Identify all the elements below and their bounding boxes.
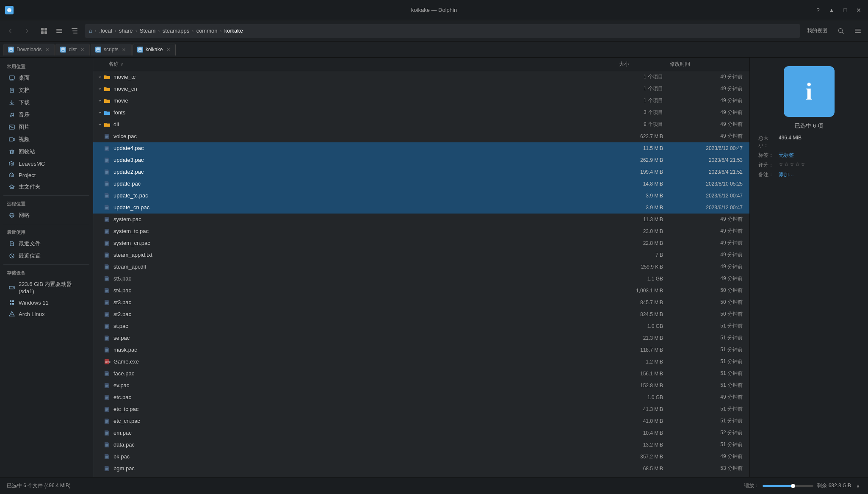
sidebar-item-trash[interactable]: 回收站 — [2, 146, 91, 158]
table-row[interactable]: steam_api.dll 259.9 KiB 49 分钟前 — [93, 261, 749, 273]
info-comment-value[interactable]: 添加… — [779, 171, 794, 178]
col-size-header[interactable]: 大小 — [619, 61, 670, 68]
table-row[interactable]: update_cn.pac 3.9 MiB 2023/6/12 00:47 — [93, 202, 749, 214]
sidebar-item-videos[interactable]: 视频 — [2, 133, 91, 145]
table-row[interactable]: steam_appid.txt 7 B 49 分钟前 — [93, 249, 749, 261]
table-row[interactable]: update2.pac 199.4 MiB 2023/6/4 21:52 — [93, 166, 749, 178]
table-row[interactable]: data.pac 13.2 MiB 51 分钟前 — [93, 439, 749, 451]
sidebar-item-pictures[interactable]: 图片 — [2, 121, 91, 133]
table-row[interactable]: face.pac 156.1 MiB 51 分钟前 — [93, 368, 749, 380]
breadcrumb: ⌂ › .local › share › Steam › steamapps ›… — [85, 24, 800, 38]
file-expand-toggle[interactable] — [97, 97, 103, 104]
tab-koikake-close[interactable]: ✕ — [165, 47, 171, 53]
tab-dist-label: dist — [69, 47, 77, 53]
table-row[interactable]: EXE Game.exe 1.2 MiB 51 分钟前 — [93, 356, 749, 368]
tab-scripts-close[interactable]: ✕ — [121, 47, 127, 53]
maximize-button[interactable]: □ — [841, 6, 849, 14]
breadcrumb-share[interactable]: share — [119, 28, 133, 34]
sidebar-item-sda1[interactable]: 223.6 GiB 内置驱动器 (sda1) — [2, 278, 91, 297]
col-date-header[interactable]: 修改时间 — [670, 61, 746, 68]
tree-view-button[interactable] — [68, 24, 81, 38]
table-row[interactable]: movie 1 个项目 49 分钟前 — [93, 95, 749, 107]
sidebar-item-recent-places[interactable]: 最近位置 — [2, 250, 91, 262]
table-row[interactable]: dll 9 个项目 49 分钟前 — [93, 119, 749, 130]
table-row[interactable]: mask.pac 118.7 MiB 51 分钟前 — [93, 344, 749, 356]
file-name: bgm.pac — [113, 465, 619, 472]
file-type-icon — [103, 465, 111, 472]
file-name: st5.pac — [113, 275, 619, 282]
close-button[interactable]: ✕ — [854, 6, 863, 14]
file-date: 2023/6/12 00:47 — [670, 145, 746, 151]
tab-dist[interactable]: dist ✕ — [55, 44, 90, 56]
sidebar-item-project[interactable]: Project — [2, 169, 91, 180]
leavesmc-icon — [8, 160, 15, 167]
table-row[interactable]: update3.pac 262.9 MiB 2023/6/4 21:53 — [93, 154, 749, 166]
file-expand-toggle[interactable] — [97, 86, 103, 92]
file-expand-toggle[interactable] — [97, 74, 103, 80]
table-row[interactable]: etc_cn.pac 41.0 MiB 51 分钟前 — [93, 415, 749, 427]
breadcrumb-steam[interactable]: Steam — [140, 28, 156, 34]
tab-scripts-icon — [95, 47, 101, 53]
back-button[interactable] — [3, 24, 17, 38]
table-row[interactable]: st.pac 1.0 GB 51 分钟前 — [93, 320, 749, 332]
search-button[interactable] — [834, 24, 848, 38]
breadcrumb-local[interactable]: .local — [99, 28, 112, 34]
breadcrumb-steamapps[interactable]: steamapps — [163, 28, 190, 34]
table-row[interactable]: etc_tc.pac 41.3 MiB 51 分钟前 — [93, 403, 749, 415]
sidebar-item-downloads-label: 下载 — [19, 99, 30, 106]
sidebar-item-network[interactable]: 网络 — [2, 209, 91, 221]
sidebar-item-downloads[interactable]: 下载 — [2, 97, 91, 108]
col-name-header[interactable]: 名称 ∨ — [97, 61, 619, 68]
shade-button[interactable]: ▲ — [827, 6, 836, 14]
table-row[interactable]: ev.pac 152.8 MiB 51 分钟前 — [93, 380, 749, 391]
table-row[interactable]: st3.pac 845.7 MiB 50 分钟前 — [93, 297, 749, 308]
list-view-button[interactable] — [53, 24, 66, 38]
split-view-button[interactable]: 我的视图 — [804, 24, 831, 38]
file-expand-toggle[interactable] — [97, 109, 103, 116]
icon-view-button[interactable] — [37, 24, 51, 38]
sidebar-item-music[interactable]: 音乐 — [2, 109, 91, 121]
table-row[interactable]: st4.pac 1,003.1 MiB 50 分钟前 — [93, 285, 749, 297]
tab-downloads[interactable]: Downloads ✕ — [3, 44, 55, 56]
file-expand-toggle[interactable] — [97, 121, 103, 128]
table-row[interactable]: voice.pac 622.7 MiB 49 分钟前 — [93, 130, 749, 142]
table-row[interactable]: etc.pac 1.0 GB 49 分钟前 — [93, 391, 749, 403]
zoom-slider[interactable] — [763, 485, 813, 487]
tab-dist-close[interactable]: ✕ — [79, 47, 85, 53]
table-row[interactable]: st2.pac 824.5 MiB 50 分钟前 — [93, 308, 749, 320]
sidebar-item-desktop[interactable]: 桌面 — [2, 72, 91, 84]
statusbar-expand-button[interactable]: ∨ — [854, 483, 861, 489]
table-row[interactable]: bk.pac 357.2 MiB 49 分钟前 — [93, 451, 749, 463]
menu-button[interactable] — [851, 24, 865, 38]
tab-scripts[interactable]: scripts ✕ — [91, 44, 132, 56]
table-row[interactable]: system_tc.pac 23.0 MiB 49 分钟前 — [93, 225, 749, 237]
tab-koikake[interactable]: koikake ✕ — [133, 44, 176, 56]
forward-button[interactable] — [20, 24, 34, 38]
sidebar-item-home[interactable]: 主文件夹 — [2, 181, 91, 193]
svg-rect-10 — [73, 33, 77, 33]
table-row[interactable]: system_cn.pac 22.8 MiB 49 分钟前 — [93, 237, 749, 249]
info-rating-stars[interactable]: ☆☆☆☆☆ — [779, 161, 806, 169]
breadcrumb-common[interactable]: common — [196, 28, 218, 34]
table-row[interactable]: se.pac 21.3 MiB 51 分钟前 — [93, 332, 749, 344]
table-row[interactable]: movie_tc 1 个项目 49 分钟前 — [93, 71, 749, 83]
sidebar-item-recent-files[interactable]: 最近文件 — [2, 238, 91, 250]
sidebar-section-remote: 远程位置 — [0, 198, 93, 209]
table-row[interactable]: fonts 3 个项目 49 分钟前 — [93, 107, 749, 119]
sidebar-item-leavesmc[interactable]: LeavesMC — [2, 158, 91, 169]
table-row[interactable]: update_tc.pac 3.9 MiB 2023/6/12 00:47 — [93, 190, 749, 202]
help-button[interactable]: ? — [814, 6, 822, 14]
sidebar-item-videos-label: 视频 — [19, 136, 30, 143]
table-row[interactable]: system.pac 11.3 MiB 49 分钟前 — [93, 214, 749, 225]
table-row[interactable]: em.pac 10.4 MiB 52 分钟前 — [93, 427, 749, 439]
sidebar-item-windows11[interactable]: Windows 11 — [2, 297, 91, 308]
sidebar-item-archlinux[interactable]: Arch Linux — [2, 308, 91, 319]
sidebar-item-documents[interactable]: 文档 — [2, 84, 91, 96]
info-tag-value[interactable]: 无标签 — [779, 152, 794, 159]
table-row[interactable]: st5.pac 1.1 GB 49 分钟前 — [93, 273, 749, 285]
table-row[interactable]: bgm.pac 68.5 MiB 53 分钟前 — [93, 463, 749, 475]
table-row[interactable]: update.pac 14.8 MiB 2023/8/10 05:25 — [93, 178, 749, 190]
tab-downloads-close[interactable]: ✕ — [44, 47, 50, 53]
table-row[interactable]: update4.pac 11.5 MiB 2023/6/12 00:47 — [93, 142, 749, 154]
table-row[interactable]: movie_cn 1 个项目 49 分钟前 — [93, 83, 749, 95]
